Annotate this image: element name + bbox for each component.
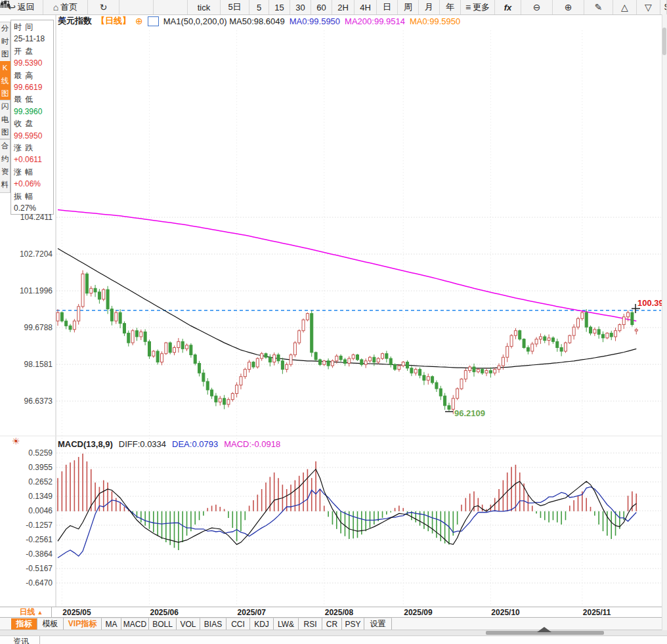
x-axis-label: 2025/06 bbox=[150, 608, 178, 617]
indicator-tab-LW&[interactable]: LW& bbox=[274, 618, 299, 630]
quote-value: 99.6619 bbox=[14, 81, 53, 93]
main-y-axis-label: 104.2411 bbox=[12, 213, 53, 222]
quote-label: 收 盘 bbox=[14, 118, 53, 129]
indicator-tab-MA[interactable]: MA bbox=[102, 618, 121, 630]
x-axis-label: 2025/07 bbox=[238, 608, 266, 617]
main-y-axis-label: 101.1996 bbox=[12, 286, 53, 295]
ma0-orange-label: MA0:99.5950 bbox=[410, 16, 460, 26]
panel-expand-grip[interactable] bbox=[537, 627, 551, 632]
gridlines-layer bbox=[0, 14, 667, 618]
main-y-axis-label: 98.1581 bbox=[12, 360, 53, 369]
indicator-tab-VOL[interactable]: VOL bbox=[177, 618, 200, 630]
macd-y-axis-label: -0.5167 bbox=[12, 564, 53, 573]
side-tab-4[interactable]: 合约资料 bbox=[0, 139, 11, 193]
period-label: 日线 bbox=[20, 607, 35, 618]
trading-app-window: ↩ 返回 ⌂ 首页 ↻ tick 5日 5 15 30 60 2H 4H 日 周 bbox=[0, 0, 667, 644]
macd-y-axis-label: 0.2652 bbox=[12, 477, 53, 486]
ma-settings-label[interactable]: MA1(50,0,200,0) MA50:98.6049 bbox=[163, 16, 285, 26]
macd-dea-value: DEA:0.0793 bbox=[172, 439, 218, 449]
macd-y-axis-label: -0.3864 bbox=[12, 549, 53, 559]
indicator-tab-CCI[interactable]: CCI bbox=[226, 618, 250, 630]
side-tab-1[interactable]: 分时图 bbox=[0, 22, 11, 62]
period-tag: 【日线】 bbox=[97, 15, 131, 27]
x-axis-label: 2025/11 bbox=[583, 608, 611, 617]
news-row bbox=[0, 635, 667, 644]
macd-y-axis-label: 0.3955 bbox=[12, 463, 53, 472]
macd-header: MACD(13,8,9) DIFF:0.0334 DEA:0.0793 MACD… bbox=[58, 439, 280, 449]
x-axis-label: 2025/05 bbox=[62, 608, 91, 617]
indicator-tab-bar: 指标模板VIP指标MAMACDBOLLVOLBIASCCIKDJLW&RSICR… bbox=[0, 618, 667, 630]
macd-diff-value: DIFF:0.0334 bbox=[119, 439, 166, 449]
indicator-tab-设置[interactable]: 设置 bbox=[364, 618, 392, 630]
x-axis-label: 2025/08 bbox=[325, 608, 353, 617]
quote-label: 振 幅 bbox=[14, 190, 53, 202]
indicator-tab-模板[interactable]: 模板 bbox=[37, 618, 64, 630]
quote-value: 99.5950 bbox=[14, 130, 53, 142]
indicator-settings-icon[interactable]: ☀ bbox=[12, 437, 20, 446]
macd-title[interactable]: MACD(13,8,9) bbox=[58, 439, 113, 449]
indicator-lines-layer bbox=[58, 210, 636, 558]
ma200-label: MA200:99.9514 bbox=[345, 16, 405, 26]
indicator-tab-RSI[interactable]: RSI bbox=[299, 618, 322, 630]
side-tab-2[interactable]: K线图 bbox=[0, 61, 11, 100]
quote-value: 99.3960 bbox=[14, 106, 53, 118]
indicator-tab-BIAS[interactable]: BIAS bbox=[200, 618, 226, 630]
quote-value: 99.5390 bbox=[14, 57, 53, 69]
quote-label: 最 低 bbox=[14, 93, 53, 105]
quote-value: 25-11-18 bbox=[14, 33, 53, 45]
indicator-tab-KDJ[interactable]: KDJ bbox=[250, 618, 274, 630]
macd-y-axis-label: 0.1349 bbox=[12, 492, 53, 501]
crosshair-add-icon[interactable]: ⊕ bbox=[135, 16, 143, 26]
main-y-axis-label: 99.6788 bbox=[12, 323, 53, 332]
quote-label: 时 间 bbox=[14, 21, 53, 33]
quote-label: 最 高 bbox=[14, 70, 53, 81]
indicator-tab-CR[interactable]: CR bbox=[322, 618, 342, 630]
x-axis-label: 2025/10 bbox=[491, 608, 519, 617]
quote-label: 涨 跌 bbox=[14, 142, 53, 154]
quote-label: 开 盘 bbox=[14, 45, 53, 57]
x-axis-label: 2025/09 bbox=[404, 608, 432, 617]
indicator-tab-BOLL[interactable]: BOLL bbox=[149, 618, 177, 630]
indicator-tab-PSY[interactable]: PSY bbox=[342, 618, 364, 630]
news-tab[interactable]: 资讯 bbox=[11, 636, 40, 644]
macd-y-axis-label: 0.0046 bbox=[12, 506, 53, 515]
quote-value: +0.0611 bbox=[14, 154, 53, 165]
chart-header: 美元指数 【日线】 ⊕ MA1(50,0,200,0) MA50:98.6049… bbox=[58, 16, 460, 26]
indicator-tab-MACD[interactable]: MACD bbox=[121, 618, 149, 630]
macd-y-axis-label: -0.1257 bbox=[12, 521, 53, 530]
right-scrollbar-thumb[interactable] bbox=[662, 28, 666, 55]
macd-y-axis-label: 0.5259 bbox=[12, 448, 53, 458]
markers-layer bbox=[445, 304, 640, 412]
candles-layer bbox=[56, 270, 637, 414]
main-y-axis-label: 102.7204 bbox=[12, 249, 53, 259]
indicator-tab-指标[interactable]: 指标 bbox=[11, 618, 37, 630]
main-y-axis-label: 96.6373 bbox=[12, 397, 53, 406]
macd-y-axis-label: -0.2561 bbox=[12, 535, 53, 544]
side-tab-3[interactable]: 闪电图 bbox=[0, 100, 11, 139]
period-arrow-icon: ▲ bbox=[37, 609, 43, 616]
lowest-price-label: 96.2109 bbox=[454, 408, 485, 418]
quote-label: 涨 幅 bbox=[14, 166, 53, 178]
indicator-tab-VIP指标[interactable]: VIP指标 bbox=[64, 618, 102, 630]
main-chart-canvas[interactable] bbox=[0, 0, 667, 644]
ma0-blue-label: MA0:99.5950 bbox=[290, 16, 340, 26]
macd-y-axis-label: -0.6470 bbox=[12, 578, 53, 588]
mini-chart-icon[interactable] bbox=[148, 16, 159, 26]
macd-hist-value: MACD:-0.0918 bbox=[224, 439, 280, 449]
right-scrollbar-track[interactable] bbox=[662, 14, 667, 630]
quote-value: +0.06% bbox=[14, 178, 53, 190]
period-selector[interactable]: 日线 ▲ bbox=[11, 607, 52, 617]
quote-panel: 时 间25-11-18开 盘99.5390最 高99.6619最 低99.396… bbox=[11, 20, 54, 215]
